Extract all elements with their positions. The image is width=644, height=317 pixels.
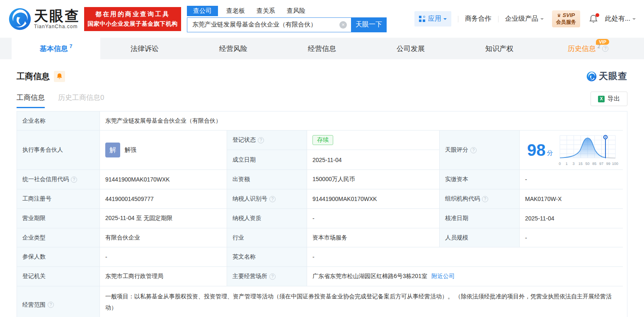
field-label-industry: 行业 xyxy=(227,228,307,247)
tab-intellectual-property[interactable]: 知识产权 xyxy=(455,38,544,59)
enterprise-products-link[interactable]: 企业级产品 xyxy=(505,15,544,23)
cooperation-link[interactable]: 商务合作 xyxy=(465,15,491,23)
field-label-business-address: 主要经营场所? xyxy=(227,267,307,286)
field-value-org-code: MAK0170W-X xyxy=(520,189,623,209)
field-label-business-scope: 经营范围? xyxy=(17,286,100,317)
partner-avatar[interactable]: 解 xyxy=(105,143,120,157)
field-value-business-address: 广东省东莞市松山湖园区红棉路6号3栋201室 附近公司 xyxy=(307,267,623,286)
field-value-staff-size: - xyxy=(520,228,623,247)
tab-legal[interactable]: 法律诉讼 xyxy=(100,38,189,59)
field-label-text: 统一社会信用代码 xyxy=(22,176,69,183)
business-info-table: 企业名称 东莞产业链发展母基金合伙企业（有限合伙） 执行事务合伙人 解 解强 登… xyxy=(17,111,627,317)
search-tab-company[interactable]: 查公司 xyxy=(187,6,218,16)
field-label-staff-size: 人员规模 xyxy=(440,228,520,247)
search-tab-boss[interactable]: 查老板 xyxy=(226,6,245,16)
field-value-insured-count: - xyxy=(100,247,227,267)
field-label-paid-capital: 实缴资本 xyxy=(440,170,520,189)
search-input[interactable] xyxy=(187,17,351,32)
subscribe-bell-button[interactable] xyxy=(54,71,65,82)
nearby-companies-link[interactable]: 附近公司 xyxy=(431,273,455,280)
watermark-text: 天眼查 xyxy=(599,70,627,82)
field-value-company-type: 有限合伙企业 xyxy=(100,228,227,247)
subtab-label: 历史工商信息 xyxy=(58,94,100,102)
score-number: 98 xyxy=(527,142,546,158)
field-label-text: 天眼评分 xyxy=(445,146,468,154)
svip-badge[interactable]: ♛ SVIP 会员服务 xyxy=(552,10,580,27)
info-icon[interactable]: ? xyxy=(470,147,477,153)
promo-banner: 都在用的商业查询工具 国家中小企业发展子基金旗下机构 xyxy=(84,7,181,31)
chevron-down-icon xyxy=(443,18,447,22)
crown-icon: ♛ xyxy=(557,13,561,18)
tab-company-development[interactable]: 公司发展 xyxy=(366,38,455,59)
field-value-industry: 资本市场服务 xyxy=(307,228,440,247)
apps-button[interactable]: 应用 xyxy=(414,11,451,27)
field-label-establish-date: 成立日期 xyxy=(227,150,307,170)
logo-domain: TianYanCha.com xyxy=(34,24,80,29)
field-value-capital: 150000万人民币 xyxy=(307,170,440,189)
promo-line1: 都在用的商业查询工具 xyxy=(87,10,179,18)
field-label-english-name: 英文名称 xyxy=(227,247,307,267)
tab-basic-info[interactable]: 基本信息 7 xyxy=(12,38,100,59)
info-icon[interactable]: ? xyxy=(482,196,488,202)
field-label-company-name: 企业名称 xyxy=(17,111,100,131)
tab-label: 经营信息 xyxy=(308,44,336,53)
score-distribution-chart: 0 1 3 15 50 85 97 99 100 xyxy=(558,134,617,166)
user-menu[interactable]: 此处有... xyxy=(605,15,636,23)
field-value-company-name: 东莞产业链发展母基金合伙企业（有限合伙） xyxy=(100,111,623,131)
field-label-text: 登记状态 xyxy=(232,136,256,144)
partner-name-link[interactable]: 解强 xyxy=(125,146,136,154)
subtab-history-registration[interactable]: 历史工商信息0 xyxy=(58,93,104,108)
field-label-credit-code: 统一社会信用代码? xyxy=(17,170,100,189)
tab-operation-risk[interactable]: 经营风险 xyxy=(189,38,278,59)
subtab-business-registration[interactable]: 工商信息 xyxy=(17,93,45,108)
chevron-down-icon xyxy=(540,18,544,22)
info-icon[interactable]: ? xyxy=(71,177,77,183)
help-icon[interactable]: ? xyxy=(602,46,608,52)
tab-label: 知识产权 xyxy=(485,44,513,53)
divider xyxy=(458,16,458,22)
address-text: 广东省东莞市松山湖园区红棉路6号3栋201室 xyxy=(312,273,427,280)
score-unit: 分 xyxy=(547,149,553,157)
field-label-text: 组织机构代码 xyxy=(445,195,480,203)
search-tab-relation[interactable]: 查关系 xyxy=(257,6,275,16)
enterprise-products-label: 企业级产品 xyxy=(505,15,538,23)
export-button[interactable]: X 导出 xyxy=(591,92,627,106)
info-icon[interactable]: ? xyxy=(269,196,276,202)
apps-grid-icon xyxy=(419,16,425,22)
export-label: 导出 xyxy=(608,95,620,103)
field-value-taxpayer-quality: - xyxy=(307,209,440,228)
clear-icon[interactable]: × xyxy=(339,21,347,29)
field-label-capital: 出资额 xyxy=(227,170,307,189)
svip-label: SVIP xyxy=(563,12,575,18)
search-button[interactable]: 天眼一下 xyxy=(351,17,387,32)
tab-label: 法律诉讼 xyxy=(131,44,159,53)
field-value-registration-number: 441900014509777 xyxy=(100,189,227,209)
field-value-registration-status: 存续 xyxy=(307,131,440,150)
field-value-registration-authority: 东莞市工商行政管理局 xyxy=(100,267,227,286)
tab-label: 基本信息 xyxy=(40,44,68,53)
tab-history-info[interactable]: VIP 历史信息 2 ? xyxy=(544,38,632,59)
field-label-text: 经营范围 xyxy=(22,301,46,309)
chevron-down-icon xyxy=(632,18,636,22)
section-title: 工商信息 xyxy=(17,71,50,82)
field-label-tianyan-score: 天眼评分? xyxy=(440,131,520,170)
tianyancha-logo[interactable]: 天眼查 TianYanCha.com xyxy=(8,7,80,31)
field-label-insured-count: 参保人数 xyxy=(17,247,100,267)
search-area: 查公司 查老板 查关系 查风险 × 天眼一下 xyxy=(187,6,387,32)
excel-icon: X xyxy=(598,96,605,102)
promo-line2: 国家中小企业发展子基金旗下机构 xyxy=(87,20,179,28)
info-icon[interactable]: ? xyxy=(258,137,264,143)
info-icon[interactable]: ? xyxy=(48,302,54,308)
apps-label: 应用 xyxy=(428,15,441,23)
field-label-approval-date: 核准日期 xyxy=(440,209,520,228)
notification-bell[interactable] xyxy=(589,15,598,24)
tab-label: 经营风险 xyxy=(219,44,247,53)
tianyancha-swirl-icon xyxy=(586,71,597,82)
field-value-english-name: - xyxy=(307,247,623,267)
info-icon[interactable]: ? xyxy=(269,273,276,280)
search-tab-risk[interactable]: 查风险 xyxy=(287,6,305,16)
status-badge: 存续 xyxy=(312,135,333,145)
tab-business-info[interactable]: 经营信息 xyxy=(278,38,366,59)
field-label-executive-partner: 执行事务合伙人 xyxy=(17,131,100,170)
field-value-business-term: 2025-11-04 至 无固定期限 xyxy=(100,209,227,228)
